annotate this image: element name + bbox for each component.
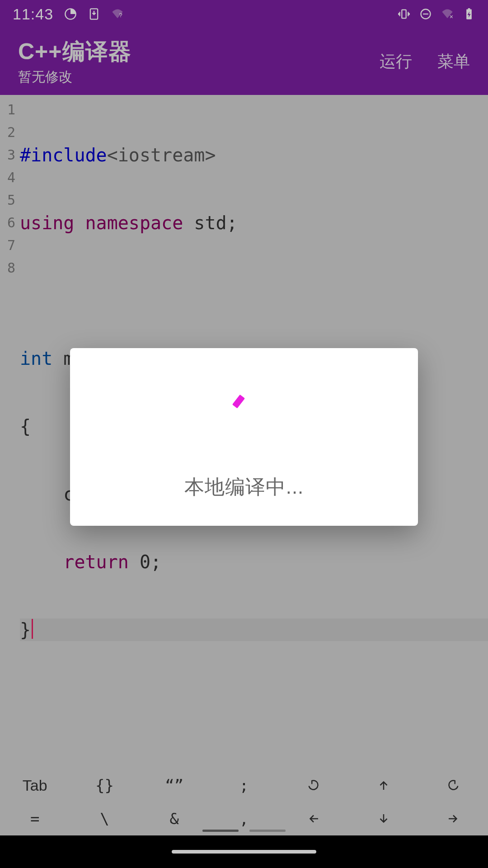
toolbar-row-1: Tab {} “” ; <box>0 769 488 802</box>
app-actions: 运行 菜单 <box>380 51 470 73</box>
undo-icon <box>307 778 320 792</box>
code-line: return 0; <box>20 551 488 573</box>
undo-key[interactable] <box>279 769 348 802</box>
svg-rect-3 <box>402 10 406 19</box>
arrow-down-icon <box>377 812 390 826</box>
braces-key[interactable]: {} <box>70 769 139 802</box>
up-key[interactable] <box>348 769 418 802</box>
status-left: 11:43 ? <box>13 5 124 23</box>
symbol-toolbar: Tab {} “” ; = \ & , <box>0 769 488 835</box>
quotes-key[interactable]: “” <box>140 769 209 802</box>
arrow-right-icon <box>446 812 460 826</box>
line-number: 2 <box>0 121 15 144</box>
redo-key[interactable] <box>418 769 488 802</box>
status-right: × <box>398 8 475 20</box>
status-time: 11:43 <box>13 5 53 23</box>
code-line: } <box>20 618 488 641</box>
app-titles: C++编译器 暂无修改 <box>18 37 380 86</box>
home-pill[interactable] <box>172 850 316 854</box>
line-number: 5 <box>0 189 15 212</box>
toolbar-page-indicator <box>202 830 286 832</box>
battery-charging-icon <box>463 8 475 20</box>
wifi-off-icon: × <box>441 8 454 20</box>
down-key[interactable] <box>348 802 418 835</box>
app-title: C++编译器 <box>18 37 380 67</box>
semicolon-key[interactable]: ; <box>209 769 279 802</box>
menu-button[interactable]: 菜单 <box>437 51 470 73</box>
line-number: 3 <box>0 144 15 166</box>
data-meter-icon <box>64 8 77 20</box>
ampersand-key[interactable]: & <box>140 802 209 835</box>
svg-rect-8 <box>468 8 470 10</box>
tab-key[interactable]: Tab <box>0 769 70 802</box>
line-number: 7 <box>0 234 15 257</box>
svg-text:×: × <box>450 13 453 20</box>
line-number: 8 <box>0 257 15 279</box>
backslash-key[interactable]: \ <box>70 802 139 835</box>
text-cursor <box>32 619 33 639</box>
wifi-question-icon: ? <box>111 8 124 20</box>
compile-dialog: 本地编译中... <box>70 348 418 526</box>
redo-icon <box>446 778 460 792</box>
equals-key[interactable]: = <box>0 802 70 835</box>
dialog-message: 本地编译中... <box>184 474 304 500</box>
svg-text:?: ? <box>119 12 122 19</box>
line-number: 6 <box>0 212 15 234</box>
indicator-dot <box>249 830 286 832</box>
left-key[interactable] <box>279 802 348 835</box>
arrow-left-icon <box>307 812 320 826</box>
dnd-icon <box>419 8 432 20</box>
vibrate-icon <box>398 8 410 20</box>
code-line: using namespace std; <box>20 212 488 234</box>
right-key[interactable] <box>418 802 488 835</box>
status-bar: 11:43 ? × <box>0 0 488 28</box>
app-subtitle: 暂无修改 <box>18 68 380 86</box>
arrow-up-icon <box>377 778 390 792</box>
indicator-dot <box>202 830 239 832</box>
code-line <box>20 279 488 302</box>
line-gutter: 1 2 3 4 5 6 7 8 <box>0 95 17 769</box>
line-number: 1 <box>0 99 15 121</box>
progress-spinner-icon <box>219 383 269 433</box>
run-button[interactable]: 运行 <box>380 51 412 73</box>
code-line: #include<iostream> <box>20 144 488 166</box>
download-icon <box>88 8 100 20</box>
system-nav-bar <box>0 835 488 868</box>
app-bar: C++编译器 暂无修改 运行 菜单 <box>0 28 488 95</box>
line-number: 4 <box>0 166 15 189</box>
